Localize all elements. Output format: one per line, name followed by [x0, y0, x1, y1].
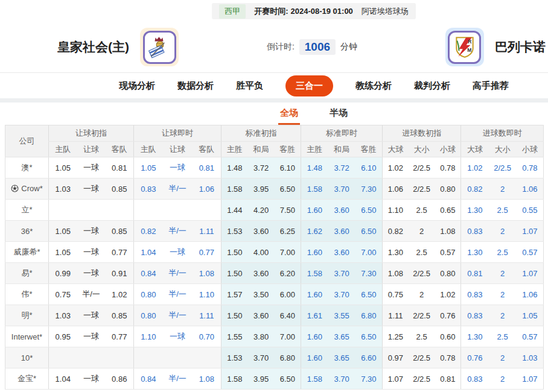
- nav-tab-live-analysis[interactable]: 现场分析: [119, 80, 155, 92]
- odds-cell-goals-initial: 1.06: [383, 179, 409, 200]
- nav-tab-coach-analysis[interactable]: 教练分析: [355, 80, 392, 92]
- company-name[interactable]: 澳*: [5, 157, 49, 179]
- odds-cell-handicap-initial: 一球: [77, 368, 106, 390]
- odds-cell-standard-initial: 1.55: [221, 326, 248, 347]
- odds-cell-goals-initial: 0.80: [435, 179, 461, 200]
- odds-cell-handicap-live: [193, 347, 221, 368]
- odds-cell-handicap-initial: 一球: [77, 221, 106, 242]
- odds-cell-handicap-initial: [106, 347, 134, 368]
- odds-cell-goals-live: 2: [489, 263, 517, 284]
- odds-row: 明*1.03一球0.850.80半/一1.111.503.606.401.613…: [5, 305, 544, 326]
- odds-cell-standard-live: 1.61: [301, 305, 328, 326]
- nav-tab-data-analysis[interactable]: 数据分析: [177, 80, 214, 92]
- away-team-name: 巴列卡诺: [495, 39, 546, 55]
- odds-cell-standard-initial: 6.10: [275, 157, 301, 179]
- odds-cell-goals-initial: 1.02: [435, 284, 461, 305]
- kickoff-value: 2024-08-19 01:00: [290, 7, 352, 16]
- company-name[interactable]: 10*: [5, 347, 49, 368]
- odds-cell-standard-live: 3.70: [328, 179, 355, 200]
- home-team: 皇家社会(主): [57, 28, 179, 66]
- odds-cell-standard-initial: 3.60: [248, 221, 275, 242]
- odds-cell-handicap-live: 半/一: [163, 179, 193, 200]
- company-name[interactable]: 立*: [5, 200, 49, 221]
- subtab-half-match[interactable]: 半场: [328, 104, 349, 125]
- nav-tab-three-in-one[interactable]: 三合一: [285, 75, 333, 96]
- odds-cell-standard-initial: 1.50: [221, 305, 248, 326]
- odds-cell-handicap-live: 一球: [163, 326, 193, 347]
- company-name[interactable]: Crow*: [5, 179, 49, 200]
- company-name[interactable]: 易*: [5, 263, 49, 284]
- company-name[interactable]: 金宝*: [5, 368, 49, 390]
- odds-cell-standard-initial: 1.50: [221, 263, 248, 284]
- sub-header-goals-live-1: 大小: [489, 142, 517, 157]
- odds-row: Crow*1.03一球0.850.83半/一1.061.583.956.501.…: [5, 179, 544, 200]
- odds-cell-goals-live: 1.07: [517, 368, 544, 390]
- away-team-logo: R M: [445, 28, 484, 66]
- odds-cell-handicap-live: 半/一: [163, 263, 193, 284]
- odds-cell-goals-initial: 0.78: [435, 157, 461, 179]
- company-name[interactable]: 伟*: [5, 284, 49, 305]
- odds-cell-standard-initial: 3.50: [248, 284, 275, 305]
- nav-tab-referee-analysis[interactable]: 裁判分析: [414, 80, 450, 92]
- odds-cell-handicap-live: 0.70: [193, 326, 221, 347]
- odds-cell-standard-live: 7.30: [355, 179, 383, 200]
- odds-cell-goals-live: 0.57: [517, 326, 544, 347]
- odds-cell-goals-live: 0.83: [461, 305, 489, 326]
- odds-cell-goals-live: 2.5: [489, 200, 517, 221]
- odds-cell-goals-initial: 0.60: [435, 326, 461, 347]
- odds-cell-handicap-live: 0.81: [193, 157, 221, 179]
- odds-cell-standard-initial: 6.00: [275, 284, 301, 305]
- sub-header-standard-live-1: 和局: [328, 142, 355, 157]
- sub-header-handicap-initial-2: 客队: [106, 142, 134, 157]
- odds-cell-goals-live: 0.82: [461, 179, 489, 200]
- real-sociedad-crest-icon: [143, 31, 176, 64]
- odds-cell-handicap-live: 1.04: [134, 242, 163, 263]
- company-name[interactable]: 36*: [5, 221, 49, 242]
- subtab-full-match[interactable]: 全场: [278, 104, 300, 125]
- odds-cell-standard-live: 6.50: [355, 221, 383, 242]
- odds-cell-standard-live: 1.60: [301, 347, 328, 368]
- odds-cell-goals-live: 1.30: [461, 242, 489, 263]
- odds-cell-goals-live: 1.03: [517, 347, 544, 368]
- main-nav: 现场分析数据分析胜平负三合一教练分析裁判分析高手推荐: [0, 73, 548, 98]
- odds-cell-handicap-initial: 0.81: [106, 157, 134, 179]
- sub-header-goals-live-0: 大球: [461, 142, 489, 157]
- odds-cell-standard-initial: 3.80: [248, 326, 275, 347]
- odds-cell-handicap-live: 0.84: [134, 368, 163, 390]
- odds-cell-standard-initial: 6.50: [275, 179, 301, 200]
- odds-row: 金宝*1.04一球0.860.84半/一1.081.583.956.501.58…: [5, 368, 544, 390]
- odds-cell-handicap-initial: 1.02: [106, 284, 134, 305]
- odds-cell-handicap-initial: 一球: [77, 326, 106, 347]
- odds-cell-standard-live: 1.58: [301, 179, 328, 200]
- odds-cell-handicap-live: 1.11: [193, 221, 221, 242]
- odds-cell-handicap-initial: 一球: [77, 242, 106, 263]
- odds-cell-goals-initial: 0.80: [435, 263, 461, 284]
- group-header-standard-live: 标准即时: [301, 125, 383, 142]
- company-name[interactable]: Interwet*: [5, 326, 49, 347]
- odds-cell-goals-live: 2.5: [489, 326, 517, 347]
- odds-cell-goals-initial: 1.10: [383, 200, 409, 221]
- odds-cell-goals-live: 1.06: [517, 179, 544, 200]
- odds-cell-goals-initial: 0.65: [435, 200, 461, 221]
- odds-cell-standard-live: 1.58: [301, 368, 328, 390]
- odds-cell-handicap-initial: 1.03: [49, 179, 77, 200]
- company-name[interactable]: 威廉希*: [5, 242, 49, 263]
- sub-header-goals-live-2: 小球: [517, 142, 544, 157]
- nav-tab-win-draw-lose[interactable]: 胜平负: [236, 80, 263, 92]
- odds-cell-standard-initial: 7.50: [275, 200, 301, 221]
- odds-cell-goals-live: 1.06: [517, 284, 544, 305]
- odds-cell-goals-initial: 2/2.5: [409, 157, 435, 179]
- odds-cell-handicap-initial: [77, 200, 106, 221]
- sub-header-standard-live-2: 客胜: [355, 142, 383, 157]
- odds-row: 威廉希*1.05一球0.771.04一球0.771.504.007.001.60…: [5, 242, 544, 263]
- match-header: 皇家社会(主) 倒计时: 1006 分钟: [0, 22, 548, 73]
- nav-tab-expert-picks[interactable]: 高手推荐: [473, 80, 509, 92]
- odds-cell-handicap-live: 0.80: [134, 305, 163, 326]
- odds-cell-handicap-live: [134, 200, 163, 221]
- top-info-row: 西甲 开赛时间:2024-08-19 01:00 阿诺埃塔球场: [0, 0, 548, 22]
- odds-cell-goals-initial: 0.76: [435, 305, 461, 326]
- company-name[interactable]: 明*: [5, 305, 49, 326]
- odds-cell-standard-live: 3.60: [328, 221, 355, 242]
- odds-cell-goals-live: 2: [489, 305, 517, 326]
- odds-cell-goals-initial: 1.07: [383, 368, 409, 390]
